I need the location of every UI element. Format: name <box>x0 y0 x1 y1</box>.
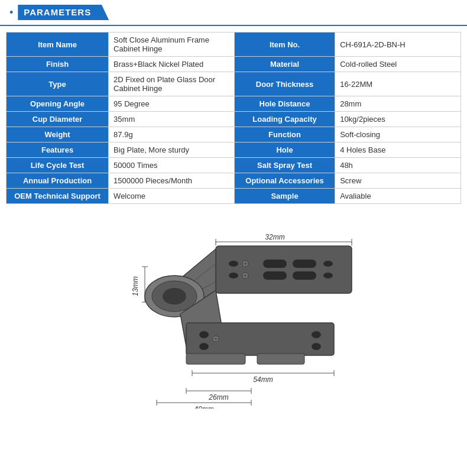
left-label-1: Finish <box>7 57 109 72</box>
right-label-0: Item No. <box>234 33 335 57</box>
left-value-7: 50000 Times <box>109 158 235 173</box>
svg-rect-8 <box>216 246 352 293</box>
left-label-7: Life Cycle Test <box>7 158 109 173</box>
svg-text:32mm: 32mm <box>265 233 284 241</box>
hinge-svg: 32mm 13mm <box>98 231 381 409</box>
svg-text:40mm: 40mm <box>194 405 213 409</box>
right-value-5: Soft-closing <box>335 127 461 143</box>
svg-rect-38 <box>186 354 245 364</box>
params-table: Item NameSoft Close Aluminum Frame Cabin… <box>6 32 461 204</box>
left-label-5: Weight <box>7 127 109 143</box>
svg-text:13mm: 13mm <box>131 276 140 296</box>
product-diagram: 32mm 13mm <box>86 219 381 420</box>
right-value-0: CH-691A-2D-BN-H <box>335 33 461 57</box>
svg-point-31 <box>199 331 209 338</box>
right-label-9: Sample <box>234 189 335 204</box>
left-value-6: Big Plate, More sturdy <box>109 143 235 158</box>
svg-text:54mm: 54mm <box>253 375 273 384</box>
right-value-9: Avaliable <box>335 189 461 204</box>
left-value-3: 95 Degree <box>109 96 235 112</box>
svg-point-11 <box>323 261 333 267</box>
left-value-5: 87.9g <box>109 127 235 143</box>
right-label-5: Function <box>234 127 335 143</box>
left-label-6: Features <box>7 143 109 158</box>
svg-point-28 <box>163 288 186 305</box>
svg-point-33 <box>312 331 321 338</box>
left-label-0: Item Name <box>7 33 109 57</box>
table-row: Opening Angle95 DegreeHole Distance28mm <box>7 96 461 112</box>
svg-rect-39 <box>257 354 304 364</box>
svg-text:26mm: 26mm <box>208 393 228 401</box>
right-label-2: Door Thickness <box>234 72 335 96</box>
right-value-1: Cold-rolled Steel <box>335 57 461 72</box>
table-row: Cup Diameter35mmLoading Capacity10kg/2pi… <box>7 112 461 127</box>
svg-point-32 <box>199 343 209 350</box>
table-row: Annual Production1500000 Pieces/MonthOpt… <box>7 173 461 189</box>
table-row: FeaturesBig Plate, More sturdyHole4 Hole… <box>7 143 461 158</box>
left-label-9: OEM Technical Support <box>7 189 109 204</box>
svg-point-10 <box>229 273 238 279</box>
left-value-8: 1500000 Pieces/Month <box>109 173 235 189</box>
right-value-8: Screw <box>335 173 461 189</box>
svg-rect-13 <box>263 260 287 268</box>
svg-rect-14 <box>293 260 316 268</box>
left-label-2: Type <box>7 72 109 96</box>
left-value-0: Soft Close Aluminum Frame Cabinet Hinge <box>109 33 235 57</box>
right-label-6: Hole <box>234 143 335 158</box>
table-row: FinishBrass+Black Nickel PlatedMaterialC… <box>7 57 461 72</box>
svg-point-12 <box>323 273 333 279</box>
svg-point-34 <box>312 343 321 350</box>
right-label-7: Salt Spray Test <box>234 158 335 173</box>
params-section: Item NameSoft Close Aluminum Frame Cabin… <box>0 26 467 208</box>
svg-rect-30 <box>186 323 334 355</box>
svg-rect-15 <box>263 271 287 280</box>
left-value-4: 35mm <box>109 112 235 127</box>
header-title: PARAMETERS <box>24 7 91 17</box>
right-label-3: Hole Distance <box>234 96 335 112</box>
table-row: Life Cycle Test50000 TimesSalt Spray Tes… <box>7 158 461 173</box>
table-row: Item NameSoft Close Aluminum Frame Cabin… <box>7 33 461 57</box>
left-value-1: Brass+Black Nickel Plated <box>109 57 235 72</box>
right-value-4: 10kg/2pieces <box>335 112 461 127</box>
svg-rect-16 <box>293 271 316 280</box>
header-title-bg: PARAMETERS <box>18 5 109 20</box>
product-section: 32mm 13mm <box>0 208 467 426</box>
right-value-6: 4 Holes Base <box>335 143 461 158</box>
left-value-9: Welcome <box>109 189 235 204</box>
right-label-1: Material <box>234 57 335 72</box>
right-label-8: Optional Accessories <box>234 173 335 189</box>
table-row: OEM Technical SupportWelcomeSampleAvalia… <box>7 189 461 204</box>
right-value-3: 28mm <box>335 96 461 112</box>
right-value-7: 48h <box>335 158 461 173</box>
table-row: Weight87.9gFunctionSoft-closing <box>7 127 461 143</box>
right-value-2: 16-22MM <box>335 72 461 96</box>
header-bar: • PARAMETERS <box>0 0 467 26</box>
left-value-2: 2D Fixed on Plate Glass Door Cabinet Hin… <box>109 72 235 96</box>
left-label-8: Annual Production <box>7 173 109 189</box>
right-label-4: Loading Capacity <box>234 112 335 127</box>
left-label-3: Opening Angle <box>7 96 109 112</box>
left-label-4: Cup Diameter <box>7 112 109 127</box>
header-bullet: • <box>9 7 13 19</box>
svg-point-9 <box>229 261 238 267</box>
table-row: Type2D Fixed on Plate Glass Door Cabinet… <box>7 72 461 96</box>
